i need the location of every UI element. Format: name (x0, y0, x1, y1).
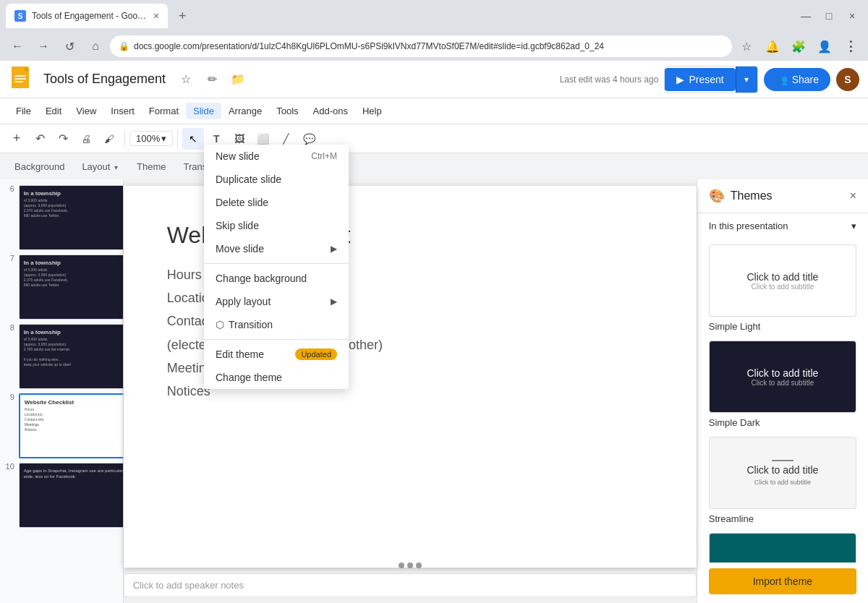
notifications-button[interactable]: 🔔 (761, 35, 784, 58)
dropdown-skip-slide[interactable]: Skip slide (204, 214, 349, 237)
bookmark-button[interactable]: ☆ (735, 35, 758, 58)
themes-list: Click to add title Click to add subtitle… (697, 239, 868, 563)
forward-button[interactable]: → (32, 35, 55, 58)
cursor-button[interactable]: ↖ (182, 128, 204, 150)
address-bar[interactable]: 🔒 docs.google.com/presentation/d/1ulzC4h… (110, 35, 732, 57)
themes-close-button[interactable]: × (850, 189, 856, 202)
slide-preview-7: In a township of 3,000 adults(approx. 3,… (19, 255, 124, 320)
rename-button[interactable]: ✏ (200, 68, 224, 91)
tab-background[interactable]: Background (6, 158, 73, 175)
present-dropdown-button[interactable]: ▾ (736, 67, 757, 93)
dropdown-divider-1 (204, 263, 349, 264)
dropdown-change-background[interactable]: Change background (204, 267, 349, 290)
themes-panel-title: 🎨 Themes (709, 188, 773, 204)
streamline-preview-title: Click to add title (746, 464, 818, 476)
tab-theme[interactable]: Theme (128, 158, 174, 175)
browser-profile-button[interactable]: 👤 (813, 35, 836, 58)
chevron-down-icon: ▾ (744, 74, 749, 85)
slide-thumbnail-7[interactable]: 7 In a township of 3,000 adults(approx. … (3, 255, 124, 320)
dropdown-transition[interactable]: ⬡ Transition (204, 313, 349, 336)
share-button[interactable]: 👥 Share (764, 68, 830, 91)
home-button[interactable]: ⌂ (84, 35, 107, 58)
theme-preview-simple-dark: Click to add title Click to add subtitle (709, 341, 856, 413)
browser-more-button[interactable]: ⋮ (839, 35, 862, 58)
paint-format-button[interactable]: 🖌 (98, 128, 120, 150)
toolbar-divider-2 (177, 130, 178, 147)
dropdown-duplicate-slide[interactable]: Duplicate slide (204, 168, 349, 191)
maximize-button[interactable]: □ (819, 6, 839, 26)
address-text: docs.google.com/presentation/d/1ulzC4h8K… (134, 41, 604, 51)
tab-layout[interactable]: Layout ▾ (73, 158, 128, 175)
present-button[interactable]: ▶ Present (665, 68, 735, 91)
menu-help[interactable]: Help (355, 103, 389, 119)
tab-close-button[interactable]: × (153, 10, 159, 22)
menu-edit[interactable]: Edit (38, 103, 69, 119)
present-button-group[interactable]: ▶ Present ▾ (664, 66, 757, 93)
move-slide-arrow-icon: ▶ (331, 244, 337, 254)
simple-dark-theme-name: Simple Dark (709, 417, 856, 428)
print-button[interactable]: 🖨 (75, 128, 97, 150)
minimize-button[interactable]: — (796, 6, 816, 26)
menu-insert[interactable]: Insert (103, 103, 142, 119)
theme-card-streamline[interactable]: Click to add title Click to add subtitle… (709, 437, 856, 524)
theme-card-simple-light[interactable]: Click to add title Click to add subtitle… (709, 244, 856, 332)
app-logo[interactable] (9, 65, 38, 94)
simple-light-preview-title: Click to add title (746, 271, 818, 283)
menu-format[interactable]: Format (142, 103, 186, 119)
theme-preview-streamline: Click to add title Click to add subtitle (709, 437, 856, 509)
svg-rect-4 (14, 78, 26, 80)
extensions-button[interactable]: 🧩 (787, 35, 810, 58)
menu-file[interactable]: File (9, 103, 38, 119)
move-to-folder-button[interactable]: 📁 (226, 68, 250, 91)
theme-card-teal[interactable] (709, 533, 856, 563)
menu-arrange[interactable]: Arrange (221, 103, 269, 119)
updated-badge: Updated (295, 348, 337, 360)
slide-thumbnail-10[interactable]: 10 Age gaps in Snapchat, Instagram use a… (3, 463, 124, 528)
redo-button[interactable]: ↷ (52, 128, 74, 150)
apply-layout-arrow-icon: ▶ (331, 296, 337, 307)
star-button[interactable]: ☆ (174, 68, 197, 91)
slide-number-8: 8 (3, 324, 17, 332)
simple-light-theme-name: Simple Light (709, 321, 856, 332)
themes-section-header[interactable]: In this presentation ▾ (697, 213, 868, 239)
dropdown-delete-slide[interactable]: Delete slide (204, 191, 349, 214)
refresh-button[interactable]: ↺ (58, 35, 81, 58)
simple-light-preview-subtitle: Click to add subtitle (746, 283, 818, 291)
dropdown-apply-layout[interactable]: Apply layout ▶ (204, 290, 349, 313)
zoom-control[interactable]: 100% ▾ (129, 131, 173, 146)
undo-button[interactable]: ↶ (29, 128, 51, 150)
menu-add-ons[interactable]: Add-ons (306, 103, 355, 119)
slide-thumbnail-8[interactable]: 8 In a township of 3,000 adults(approx. … (3, 324, 124, 389)
zoom-value: 100% (136, 133, 160, 144)
close-window-button[interactable]: × (842, 6, 862, 26)
menu-slide[interactable]: Slide (186, 103, 221, 119)
menu-tools[interactable]: Tools (269, 103, 305, 119)
browser-tab[interactable]: S Tools of Engagement - Google S... × (6, 4, 168, 28)
transition-icon: ⬡ (216, 319, 224, 330)
slide-thumbnail-9[interactable]: 9 Website Checklist HoursLocation(s)Cont… (3, 393, 124, 458)
speaker-notes[interactable]: Click to add speaker notes (124, 573, 697, 597)
slide-number-7: 7 (3, 255, 17, 262)
dropdown-edit-theme[interactable]: Edit theme Updated (204, 343, 349, 366)
dropdown-change-theme[interactable]: Change theme (204, 366, 349, 389)
app-actions: ☆ ✏ 📁 (174, 68, 250, 91)
user-avatar[interactable]: S (836, 68, 859, 91)
theme-preview-simple-light: Click to add title Click to add subtitle (709, 244, 856, 317)
slide-preview-10: Age gaps in Snapchat, Instagram use are … (19, 463, 124, 528)
tab-favicon: S (14, 10, 26, 22)
menu-view[interactable]: View (69, 103, 103, 119)
layout-arrow-icon: ▾ (113, 163, 119, 171)
share-icon: 👥 (775, 74, 788, 85)
slide-thumbnail-6[interactable]: 6 In a township of 3,000 adults(approx. … (3, 185, 124, 250)
back-button[interactable]: ← (6, 35, 29, 58)
toolbar: + ↶ ↷ 🖨 🖌 100% ▾ ↖ T 🖼 ⬜ ╱ 💬 (0, 124, 868, 153)
toolbar-add-button[interactable]: + (6, 128, 27, 150)
dropdown-new-slide[interactable]: New slide Ctrl+M (204, 145, 349, 168)
slide-preview-9: Website Checklist HoursLocation(s)Contac… (19, 393, 124, 458)
dropdown-move-slide[interactable]: Move slide ▶ (204, 237, 349, 260)
toolbar-right: ▶ Present ▾ 👥 Share S (664, 66, 859, 93)
theme-card-simple-dark[interactable]: Click to add title Click to add subtitle… (709, 341, 856, 428)
new-tab-button[interactable]: + (172, 6, 192, 26)
svg-rect-3 (14, 75, 26, 77)
import-theme-button[interactable]: Import theme (709, 568, 856, 594)
